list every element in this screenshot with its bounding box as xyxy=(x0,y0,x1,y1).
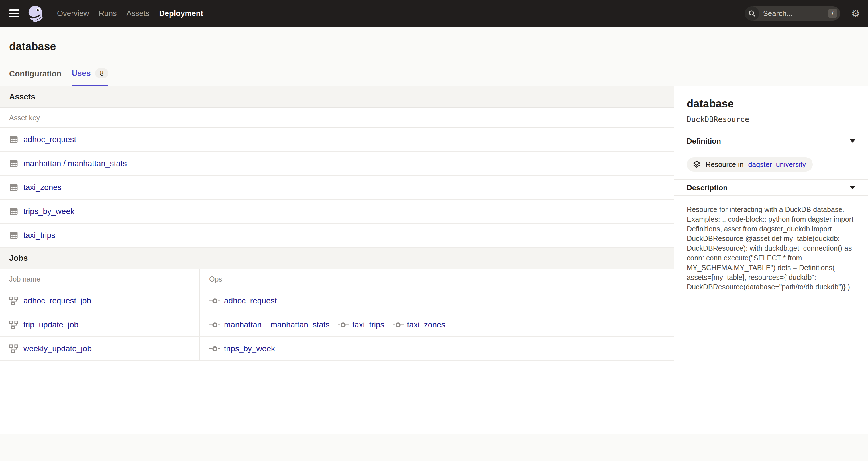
page-header: database xyxy=(0,27,868,53)
code-location-link[interactable]: dagster_university xyxy=(748,160,806,169)
op-link[interactable]: taxi_zones xyxy=(407,320,445,329)
nav-item-runs[interactable]: Runs xyxy=(99,9,117,18)
table-icon xyxy=(9,183,18,192)
job-icon xyxy=(9,296,18,305)
job-icon xyxy=(9,344,18,353)
op-link[interactable]: taxi_trips xyxy=(352,320,384,329)
dagster-app: Overview Runs Assets Deployment / ⚙ data… xyxy=(0,0,868,461)
table-row: adhoc_request_job adhoc_request xyxy=(0,289,674,313)
hamburger-menu-icon[interactable] xyxy=(9,9,20,18)
dagster-logo[interactable] xyxy=(27,5,44,22)
nav-item-deployment[interactable]: Deployment xyxy=(159,9,204,18)
nav-item-assets[interactable]: Assets xyxy=(126,9,150,18)
table-row: trip_update_job manhattan__manhattan_sta… xyxy=(0,313,674,337)
definition-section-body: Resource in dagster_university xyxy=(674,149,868,180)
op-link[interactable]: trips_by_week xyxy=(224,344,275,353)
table-row: taxi_trips xyxy=(0,224,674,248)
asset-link[interactable]: taxi_zones xyxy=(23,183,62,192)
op-link[interactable]: manhattan__manhattan_stats xyxy=(224,320,330,329)
tab-uses-label: Uses xyxy=(72,69,91,78)
op-icon xyxy=(209,297,221,305)
tab-uses-count-badge: 8 xyxy=(95,68,108,79)
description-text: Resource for interacting with a DuckDB d… xyxy=(674,196,868,300)
asset-link[interactable]: taxi_trips xyxy=(23,231,55,240)
table-icon xyxy=(9,159,18,168)
search-input[interactable] xyxy=(759,9,828,18)
table-row: manhattan / manhattan_stats xyxy=(0,152,674,176)
job-name-column-label: Job name xyxy=(0,269,200,288)
nav-links: Overview Runs Assets Deployment xyxy=(57,9,203,18)
assets-column-header: Asset key xyxy=(0,108,674,128)
description-label: Description xyxy=(687,183,727,192)
op-icon xyxy=(393,321,404,329)
job-icon xyxy=(9,320,18,329)
page-title: database xyxy=(9,40,859,53)
chevron-down-icon xyxy=(850,139,856,143)
tab-uses[interactable]: Uses 8 xyxy=(72,68,108,86)
table-row: taxi_zones xyxy=(0,176,674,200)
op-icon xyxy=(209,321,221,329)
resource-location-badge: Resource in dagster_university xyxy=(687,157,813,172)
tab-bar: Configuration Uses 8 xyxy=(0,68,868,86)
asset-link[interactable]: manhattan / manhattan_stats xyxy=(23,159,127,168)
panel-header: database DuckDBResource xyxy=(674,86,868,133)
search-icon xyxy=(745,6,759,21)
top-nav: Overview Runs Assets Deployment / ⚙ xyxy=(0,0,868,27)
job-link[interactable]: trip_update_job xyxy=(23,320,79,329)
uses-list: Assets Asset key adhoc_request xyxy=(0,86,674,434)
tab-configuration[interactable]: Configuration xyxy=(9,69,62,86)
table-row: trips_by_week xyxy=(0,200,674,224)
op-icon xyxy=(209,345,221,353)
nav-item-overview[interactable]: Overview xyxy=(57,9,89,18)
gear-icon[interactable]: ⚙ xyxy=(851,8,860,18)
assets-section-header: Assets xyxy=(0,86,674,108)
panel-title: database xyxy=(687,98,856,110)
description-section-toggle[interactable]: Description xyxy=(674,180,868,196)
job-link[interactable]: adhoc_request_job xyxy=(23,296,91,305)
asset-link[interactable]: adhoc_request xyxy=(23,135,76,144)
table-icon xyxy=(9,231,18,240)
jobs-section-title: Jobs xyxy=(9,253,28,263)
asset-key-column-label: Asset key xyxy=(0,114,49,122)
table-row: adhoc_request xyxy=(0,128,674,152)
resource-badge-text: Resource in xyxy=(706,160,743,169)
definition-label: Definition xyxy=(687,137,721,146)
assets-section-title: Assets xyxy=(9,92,35,101)
search-box[interactable]: / xyxy=(745,6,840,21)
op-icon xyxy=(337,321,349,329)
table-icon xyxy=(9,135,18,144)
layers-icon xyxy=(692,160,701,169)
ops-column-label: Ops xyxy=(200,269,674,288)
content-area: Assets Asset key adhoc_request xyxy=(0,86,868,434)
table-row: weekly_update_job trips_by_week xyxy=(0,337,674,361)
table-icon xyxy=(9,207,18,216)
resource-detail-panel: database DuckDBResource Definition Resou… xyxy=(674,86,868,434)
jobs-section-header: Jobs xyxy=(0,248,674,269)
chevron-down-icon xyxy=(850,186,856,189)
job-link[interactable]: weekly_update_job xyxy=(23,344,92,353)
tab-configuration-label: Configuration xyxy=(9,69,62,79)
panel-resource-type: DuckDBResource xyxy=(687,115,856,124)
jobs-column-header: Job name Ops xyxy=(0,269,674,289)
op-link[interactable]: adhoc_request xyxy=(224,296,277,305)
asset-link[interactable]: trips_by_week xyxy=(23,207,74,216)
search-shortcut-badge: / xyxy=(828,9,837,18)
definition-section-toggle[interactable]: Definition xyxy=(674,133,868,149)
